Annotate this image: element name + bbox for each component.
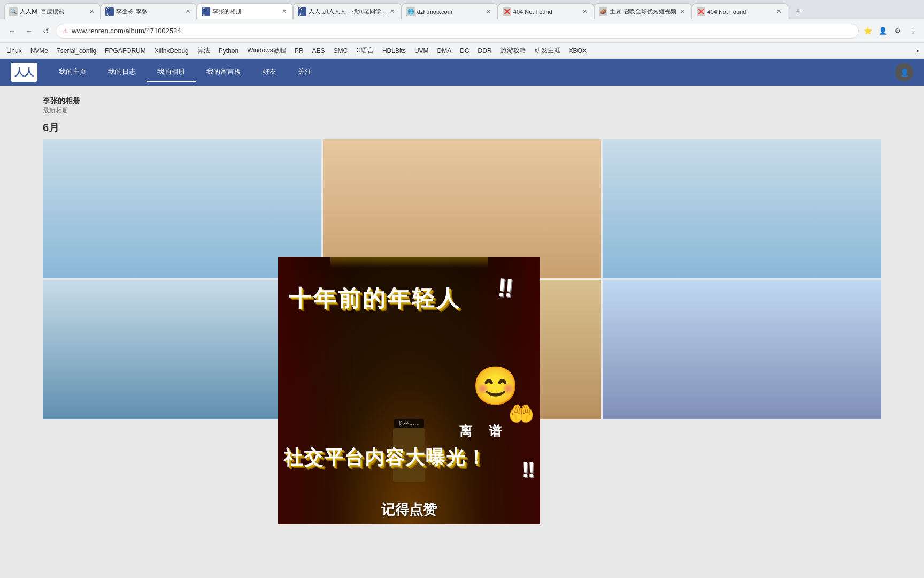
hand-left-icon: 🤲 bbox=[508, 401, 535, 427]
video-ornament-top bbox=[330, 257, 488, 268]
tab-favicon-8: ❌ bbox=[697, 7, 705, 16]
tab-2[interactable]: 人人 李登栋-李张 ✕ bbox=[101, 3, 197, 19]
renren-page: 人人 我的主页 我的日志 我的相册 我的留言板 好友 关注 👤 李张的相册 最新… bbox=[0, 59, 924, 578]
back-button[interactable]: ← bbox=[4, 24, 19, 39]
new-tab-button[interactable]: + bbox=[790, 3, 806, 19]
tab-close-6[interactable]: ✕ bbox=[581, 7, 589, 16]
tab-bar: 🔍 人人网_百度搜索 ✕ 人人 李登栋-李张 ✕ 人人 李张的相册 ✕ 人人 人… bbox=[0, 0, 924, 19]
photo-cell-3[interactable] bbox=[603, 139, 881, 278]
video-exclaim-top: ‼ bbox=[497, 272, 515, 303]
tab-favicon-3: 人人 bbox=[202, 7, 210, 16]
nav-diary[interactable]: 我的日志 bbox=[97, 63, 147, 82]
user-avatar[interactable]: 👤 bbox=[895, 63, 913, 81]
profile-name: 李张的相册 bbox=[43, 96, 881, 106]
tab-close-3[interactable]: ✕ bbox=[280, 7, 288, 16]
browser-frame: 🔍 人人网_百度搜索 ✕ 人人 李登栋-李张 ✕ 人人 李张的相册 ✕ 人人 人… bbox=[0, 0, 924, 578]
address-text: www.renren.com/album/471002524 bbox=[72, 27, 181, 35]
nav-board[interactable]: 我的留言板 bbox=[196, 63, 252, 82]
tab-favicon-2: 人人 bbox=[105, 7, 114, 16]
bookmark-python[interactable]: Python bbox=[217, 46, 241, 56]
tab-title-4: 人人-加入人人，找到老同学... bbox=[309, 7, 386, 16]
tab-title-3: 李张的相册 bbox=[212, 7, 278, 16]
bookmark-c[interactable]: C语言 bbox=[354, 45, 376, 56]
bookmark-travel[interactable]: 旅游攻略 bbox=[498, 45, 528, 56]
video-text-top: 十年前的年轻人 bbox=[289, 284, 529, 314]
tab-5[interactable]: 🌐 dzh.mop.com ✕ bbox=[402, 3, 498, 19]
bookmarks-bar: Linux NVMe 7serial_config FPGAFORUM Xili… bbox=[0, 43, 924, 59]
tab-close-7[interactable]: ✕ bbox=[679, 7, 687, 16]
tab-favicon-7: 🥔 bbox=[599, 7, 607, 16]
video-overlay[interactable]: 你林…… 十年前的年轻人 ‼ 😊 离 谱 bbox=[278, 257, 540, 524]
tab-favicon-5: 🌐 bbox=[406, 7, 415, 16]
tab-1[interactable]: 🔍 人人网_百度搜索 ✕ bbox=[4, 3, 101, 19]
menu-icon[interactable]: ⋮ bbox=[906, 24, 920, 38]
nav-friends[interactable]: 好友 bbox=[252, 63, 287, 82]
video-text-like: 记得点赞 bbox=[381, 500, 437, 519]
bookmark-nvme[interactable]: NVMe bbox=[28, 46, 50, 56]
tab-3[interactable]: 人人 李张的相册 ✕ bbox=[197, 3, 293, 19]
tab-title-1: 人人网_百度搜索 bbox=[20, 7, 85, 16]
video-exclaim-bottom: ‼ bbox=[522, 458, 535, 482]
bookmark-pr[interactable]: PR bbox=[292, 46, 306, 56]
bookmarks-more[interactable]: » bbox=[916, 47, 920, 55]
renren-nav: 我的主页 我的日志 我的相册 我的留言板 好友 关注 bbox=[48, 63, 322, 82]
bookmark-ddr[interactable]: DDR bbox=[476, 46, 494, 56]
renren-header: 人人 我的主页 我的日志 我的相册 我的留言板 好友 关注 👤 bbox=[0, 59, 924, 86]
video-name-tag: 你林…… bbox=[394, 419, 424, 428]
nav-album[interactable]: 我的相册 bbox=[147, 63, 196, 82]
tab-close-8[interactable]: ✕ bbox=[775, 7, 783, 16]
bookmark-aes[interactable]: AES bbox=[310, 46, 327, 56]
forward-button[interactable]: → bbox=[21, 24, 36, 39]
tab-title-8: 404 Not Found bbox=[707, 9, 773, 15]
tab-4[interactable]: 人人 人人-加入人人，找到老同学... ✕ bbox=[293, 3, 402, 19]
toolbar-icons: ⭐ 👤 ⚙ ⋮ bbox=[861, 24, 920, 38]
tab-favicon-6: ❌ bbox=[503, 7, 511, 16]
bookmark-fpga[interactable]: FPGAFORUM bbox=[103, 46, 148, 56]
tab-close-2[interactable]: ✕ bbox=[183, 7, 192, 16]
bookmark-linux[interactable]: Linux bbox=[4, 46, 24, 56]
user-icon[interactable]: 👤 bbox=[876, 24, 890, 38]
tab-title-5: dzh.mop.com bbox=[417, 9, 482, 15]
video-li-pu: 离 谱 bbox=[459, 423, 508, 440]
tab-6[interactable]: ❌ 404 Not Found ✕ bbox=[498, 3, 594, 19]
profile-info: 李张的相册 最新相册 bbox=[43, 96, 881, 115]
nav-home[interactable]: 我的主页 bbox=[48, 63, 97, 82]
reload-button[interactable]: ↺ bbox=[38, 24, 53, 39]
bookmark-7serial[interactable]: 7serial_config bbox=[55, 46, 98, 56]
scroll-area[interactable]: 你林…… 十年前的年轻人 ‼ 😊 离 谱 bbox=[43, 139, 881, 460]
bookmark-uvm[interactable]: UVM bbox=[412, 46, 431, 56]
video-text-bottom: 社交平台内容大曝光！ bbox=[283, 445, 535, 471]
settings-icon[interactable]: ⚙ bbox=[891, 24, 905, 38]
photo-cell-6[interactable] bbox=[603, 280, 881, 419]
tab-close-1[interactable]: ✕ bbox=[87, 7, 96, 16]
tab-close-4[interactable]: ✕ bbox=[388, 7, 397, 16]
bookmark-dev[interactable]: 研发生涯 bbox=[533, 45, 563, 56]
tab-close-5[interactable]: ✕ bbox=[484, 7, 493, 16]
tab-8[interactable]: ❌ 404 Not Found ✕ bbox=[692, 3, 788, 19]
security-icon: ⚠ bbox=[63, 27, 68, 35]
bookmark-windows[interactable]: Windows教程 bbox=[245, 45, 288, 56]
bookmark-smc[interactable]: SMC bbox=[332, 46, 350, 56]
page-content: 人人 我的主页 我的日志 我的相册 我的留言板 好友 关注 👤 李张的相册 最新… bbox=[0, 59, 924, 578]
bookmark-hdlbits[interactable]: HDLBits bbox=[380, 46, 408, 56]
renren-logo[interactable]: 人人 bbox=[11, 63, 37, 82]
bookmark-xilinx[interactable]: XilinxDebug bbox=[152, 46, 191, 56]
address-input[interactable]: ⚠ www.renren.com/album/471002524 bbox=[56, 24, 859, 39]
nav-follow[interactable]: 关注 bbox=[287, 63, 322, 82]
tab-favicon-4: 人人 bbox=[298, 7, 306, 16]
renren-body: 李张的相册 最新相册 6月 bbox=[0, 86, 924, 578]
tab-7[interactable]: 🥔 土豆-召唤全球优秀短视频 ✕ bbox=[594, 3, 692, 19]
extensions-icon[interactable]: ⭐ bbox=[861, 24, 875, 38]
video-background: 你林…… 十年前的年轻人 ‼ 😊 离 谱 bbox=[278, 257, 540, 524]
video-emoji-hands: 🤲 bbox=[508, 401, 535, 427]
bookmark-dma[interactable]: DMA bbox=[435, 46, 454, 56]
bookmark-suanfa[interactable]: 算法 bbox=[195, 45, 212, 56]
address-bar: ← → ↺ ⚠ www.renren.com/album/471002524 ⭐… bbox=[0, 19, 924, 43]
tab-favicon-1: 🔍 bbox=[9, 7, 18, 16]
profile-sub: 最新相册 bbox=[43, 106, 881, 115]
tab-title-2: 李登栋-李张 bbox=[116, 7, 181, 16]
month-label: 6月 bbox=[43, 120, 881, 135]
bookmark-dc[interactable]: DC bbox=[458, 46, 471, 56]
tab-title-7: 土豆-召唤全球优秀短视频 bbox=[610, 7, 676, 16]
bookmark-xbox[interactable]: XBOX bbox=[567, 46, 589, 56]
